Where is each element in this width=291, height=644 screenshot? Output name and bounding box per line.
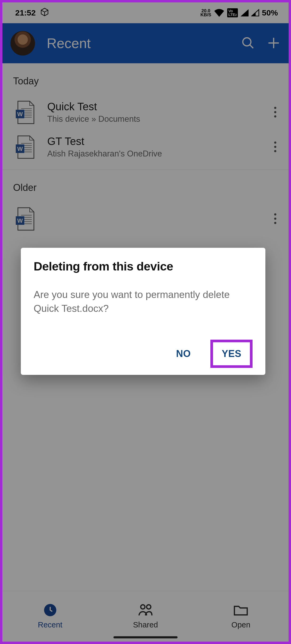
phone-screen: 21:52 20.0 KB/S VoLTE2 50% bbox=[2, 2, 289, 642]
dialog-no-button[interactable]: NO bbox=[169, 343, 198, 364]
dialog-message: Are you sure you want to permanently del… bbox=[34, 288, 253, 316]
dialog-yes-button[interactable]: YES bbox=[216, 344, 247, 363]
yes-highlight-box: YES bbox=[210, 340, 253, 368]
delete-confirm-dialog: Deleting from this device Are you sure y… bbox=[21, 248, 265, 375]
dialog-title: Deleting from this device bbox=[34, 260, 253, 273]
